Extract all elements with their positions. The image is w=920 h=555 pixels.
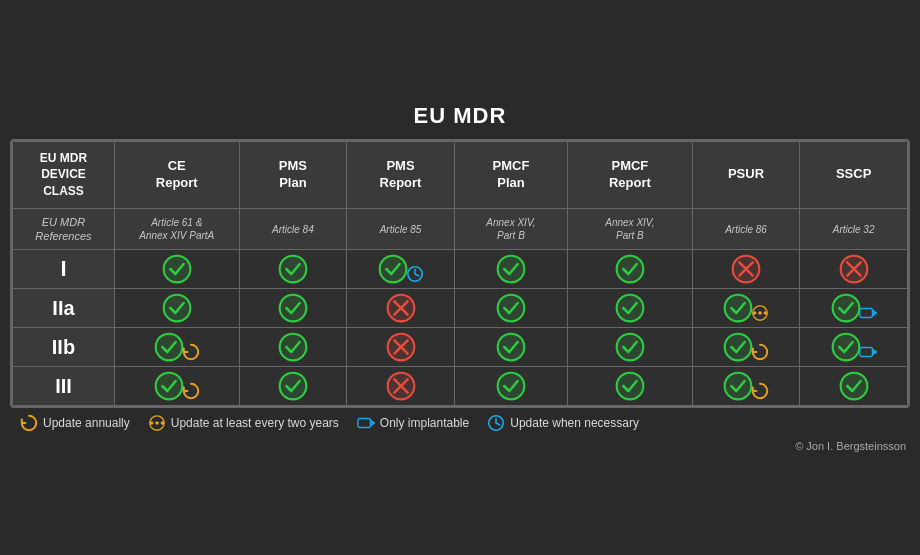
legend-when-necessary: Update when necessary: [487, 414, 639, 432]
class-IIa-ce: [114, 289, 239, 328]
class-I-sscp: [800, 250, 908, 289]
class-IIa-pmcf-report: [568, 289, 693, 328]
ref-pms-report: Article 85: [347, 208, 455, 250]
class-IIa-sscp: [800, 289, 908, 328]
col-pmcf-plan: PMCFPlan: [454, 141, 567, 208]
class-IIb-pmcf-report: [568, 328, 693, 367]
class-IIa-label: IIa: [13, 289, 115, 328]
class-I-pms-report: [347, 250, 455, 289]
class-IIb-ce: [114, 328, 239, 367]
row-class-IIb: IIb: [13, 328, 908, 367]
class-IIb-pms-report: [347, 328, 455, 367]
class-III-pmcf-plan: [454, 367, 567, 406]
legend-update-annually-label: Update annually: [43, 416, 130, 430]
col-device-class: EU MDRDEVICECLASS: [13, 141, 115, 208]
ref-pms-plan: Article 84: [239, 208, 347, 250]
col-pms-report: PMSReport: [347, 141, 455, 208]
ref-label: EU MDRReferences: [13, 208, 115, 250]
copyright-text: © Jon I. Bergsteinsson: [10, 440, 910, 452]
eu-mdr-table: EU MDRDEVICECLASS CEReport PMSPlan PMSRe…: [12, 141, 908, 407]
row-class-I: I: [13, 250, 908, 289]
class-III-sscp: [800, 367, 908, 406]
class-III-pmcf-report: [568, 367, 693, 406]
class-IIb-pms-plan: [239, 328, 347, 367]
page-title: EU MDR: [414, 103, 507, 129]
legend-two-years: Update at least every two years: [148, 414, 339, 432]
ref-pmcf-report: Annex XIV,Part B: [568, 208, 693, 250]
class-IIb-sscp: [800, 328, 908, 367]
col-ce-report: CEReport: [114, 141, 239, 208]
class-IIa-psur: [692, 289, 800, 328]
col-pmcf-report: PMCFReport: [568, 141, 693, 208]
class-III-pms-plan: [239, 367, 347, 406]
header-row: EU MDRDEVICECLASS CEReport PMSPlan PMSRe…: [13, 141, 908, 208]
legend-implantable-label: Only implantable: [380, 416, 469, 430]
legend-two-years-label: Update at least every two years: [171, 416, 339, 430]
class-III-psur: [692, 367, 800, 406]
class-IIb-pmcf-plan: [454, 328, 567, 367]
class-I-pmcf-plan: [454, 250, 567, 289]
legend-row: Update annually Update at least every tw…: [10, 408, 910, 438]
ref-row: EU MDRReferences Article 61 &Annex XIV P…: [13, 208, 908, 250]
legend-when-necessary-label: Update when necessary: [510, 416, 639, 430]
class-I-ce: [114, 250, 239, 289]
legend-update-annually: Update annually: [20, 414, 130, 432]
ref-ce: Article 61 &Annex XIV PartA: [114, 208, 239, 250]
class-IIa-pms-plan: [239, 289, 347, 328]
class-I-pmcf-report: [568, 250, 693, 289]
ref-psur: Article 86: [692, 208, 800, 250]
main-table-wrapper: EU MDRDEVICECLASS CEReport PMSPlan PMSRe…: [10, 139, 910, 409]
class-IIa-pmcf-plan: [454, 289, 567, 328]
col-pms-plan: PMSPlan: [239, 141, 347, 208]
ref-sscp: Article 32: [800, 208, 908, 250]
ref-pmcf-plan: Annex XIV,Part B: [454, 208, 567, 250]
class-I-pms-plan: [239, 250, 347, 289]
class-IIa-pms-report: [347, 289, 455, 328]
class-IIb-label: IIb: [13, 328, 115, 367]
class-I-psur: [692, 250, 800, 289]
class-III-pms-report: [347, 367, 455, 406]
class-III-ce: [114, 367, 239, 406]
class-IIb-psur: [692, 328, 800, 367]
class-I-label: I: [13, 250, 115, 289]
col-psur: PSUR: [692, 141, 800, 208]
legend-implantable: Only implantable: [357, 414, 469, 432]
row-class-III: III: [13, 367, 908, 406]
col-sscp: SSCP: [800, 141, 908, 208]
class-III-label: III: [13, 367, 115, 406]
row-class-IIa: IIa: [13, 289, 908, 328]
